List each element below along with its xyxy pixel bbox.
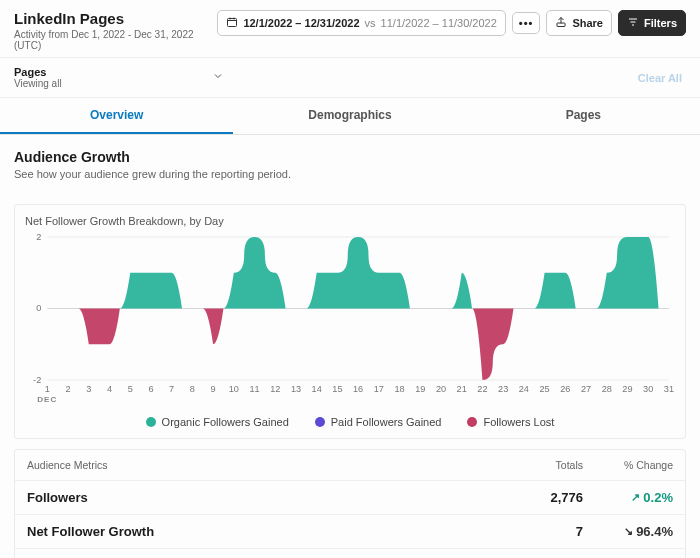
svg-text:12: 12 (270, 384, 280, 394)
svg-text:30: 30 (643, 384, 653, 394)
legend-paid: Paid Followers Gained (315, 416, 442, 428)
metric-change: ↘96.4% (583, 524, 673, 539)
legend-label-paid: Paid Followers Gained (331, 416, 442, 428)
metric-change: ↗0.2% (583, 490, 673, 505)
svg-text:25: 25 (540, 384, 550, 394)
metrics-row: Followers2,776↗0.2% (15, 481, 685, 515)
svg-text:15: 15 (332, 384, 342, 394)
metrics-row: Organic Followers Gained13↘93.4% (15, 549, 685, 558)
chart-card: Net Follower Growth Breakdown, by Day -2… (14, 204, 686, 439)
tab-pages[interactable]: Pages (467, 98, 700, 134)
svg-text:2: 2 (66, 384, 71, 394)
svg-text:27: 27 (581, 384, 591, 394)
metric-name: Followers (27, 490, 503, 505)
metric-pct: 96.4% (636, 524, 673, 539)
svg-text:6: 6 (148, 384, 153, 394)
legend-swatch-paid (315, 417, 325, 427)
metric-total: 7 (503, 524, 583, 539)
svg-text:29: 29 (622, 384, 632, 394)
svg-text:8: 8 (190, 384, 195, 394)
trend-down-icon: ↘ (624, 525, 633, 538)
pages-filter-dropdown[interactable]: Pages Viewing all (14, 66, 224, 89)
filters-label: Filters (644, 17, 677, 29)
metric-pct: 0.2% (643, 490, 673, 505)
svg-text:2: 2 (36, 232, 41, 242)
legend-label-lost: Followers Lost (483, 416, 554, 428)
svg-text:17: 17 (374, 384, 384, 394)
svg-text:0: 0 (36, 304, 41, 314)
svg-text:3: 3 (86, 384, 91, 394)
metrics-header-change: % Change (583, 459, 673, 471)
tab-overview[interactable]: Overview (0, 98, 233, 134)
more-button[interactable]: ••• (512, 12, 541, 34)
metrics-header-totals: Totals (503, 459, 583, 471)
svg-text:10: 10 (229, 384, 239, 394)
metric-total: 2,776 (503, 490, 583, 505)
svg-text:-2: -2 (33, 375, 41, 385)
svg-text:28: 28 (602, 384, 612, 394)
page-title: LinkedIn Pages (14, 10, 217, 27)
page-subtitle: Activity from Dec 1, 2022 - Dec 31, 2022… (14, 29, 217, 51)
share-label: Share (572, 17, 603, 29)
chevron-down-icon (212, 70, 224, 85)
tab-demographics[interactable]: Demographics (233, 98, 466, 134)
svg-rect-1 (557, 23, 565, 27)
metrics-table: Audience Metrics Totals % Change Followe… (14, 449, 686, 558)
svg-text:16: 16 (353, 384, 363, 394)
svg-text:19: 19 (415, 384, 425, 394)
legend-swatch-lost (467, 417, 477, 427)
chart-title: Net Follower Growth Breakdown, by Day (25, 215, 675, 227)
legend-lost: Followers Lost (467, 416, 554, 428)
date-range-compare: 11/1/2022 – 11/30/2022 (381, 17, 497, 29)
svg-text:18: 18 (394, 384, 404, 394)
svg-text:DEC: DEC (37, 395, 57, 404)
pages-filter-label: Pages (14, 66, 62, 78)
share-button[interactable]: Share (546, 10, 612, 36)
svg-text:7: 7 (169, 384, 174, 394)
legend-swatch-organic (146, 417, 156, 427)
section-title: Audience Growth (14, 149, 686, 165)
metrics-header: Audience Metrics Totals % Change (15, 450, 685, 481)
legend-label-organic: Organic Followers Gained (162, 416, 289, 428)
legend-organic: Organic Followers Gained (146, 416, 289, 428)
chart-legend: Organic Followers Gained Paid Followers … (25, 406, 675, 432)
svg-text:22: 22 (477, 384, 487, 394)
tabs: Overview Demographics Pages (0, 98, 700, 135)
pages-filter-sub: Viewing all (14, 78, 62, 89)
chart-area: -202123456789101112131415161718192021222… (25, 231, 675, 406)
svg-text:20: 20 (436, 384, 446, 394)
svg-text:9: 9 (211, 384, 216, 394)
svg-text:1: 1 (45, 384, 50, 394)
metric-name: Net Follower Growth (27, 524, 503, 539)
calendar-icon (226, 16, 238, 30)
svg-text:31: 31 (664, 384, 674, 394)
filters-icon (627, 16, 639, 30)
svg-text:24: 24 (519, 384, 529, 394)
date-range-primary: 12/1/2022 – 12/31/2022 (243, 17, 359, 29)
svg-text:26: 26 (560, 384, 570, 394)
metrics-row: Net Follower Growth7↘96.4% (15, 515, 685, 549)
svg-text:5: 5 (128, 384, 133, 394)
svg-text:21: 21 (457, 384, 467, 394)
section-desc: See how your audience grew during the re… (14, 168, 686, 180)
date-range-vs: vs (365, 17, 376, 29)
svg-rect-0 (228, 19, 237, 27)
svg-text:11: 11 (249, 384, 259, 394)
svg-text:14: 14 (312, 384, 322, 394)
clear-all-button[interactable]: Clear All (638, 72, 682, 84)
svg-text:13: 13 (291, 384, 301, 394)
svg-text:4: 4 (107, 384, 112, 394)
share-icon (555, 16, 567, 30)
filters-button[interactable]: Filters (618, 10, 686, 36)
svg-text:23: 23 (498, 384, 508, 394)
date-range-button[interactable]: 12/1/2022 – 12/31/2022 vs 11/1/2022 – 11… (217, 10, 505, 36)
trend-up-icon: ↗ (631, 491, 640, 504)
metrics-header-name: Audience Metrics (27, 459, 503, 471)
